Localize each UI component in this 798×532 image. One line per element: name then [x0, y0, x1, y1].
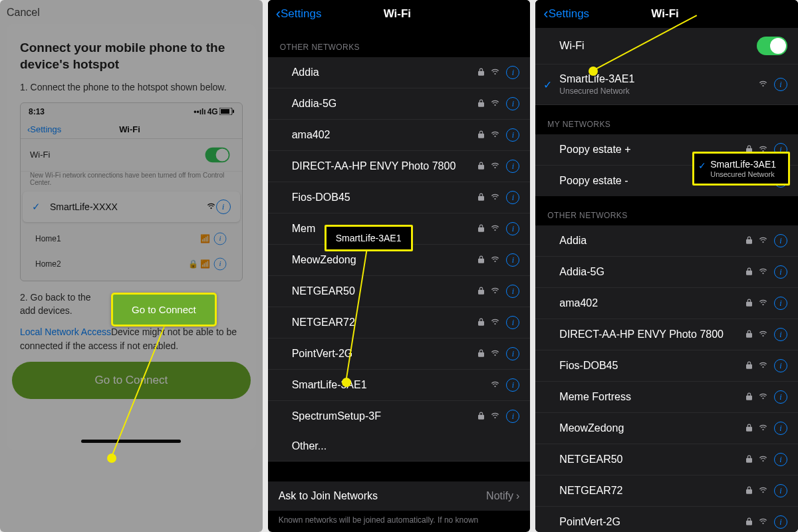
- info-icon[interactable]: i: [506, 285, 519, 298]
- wifi-toggle-row: Wi-Fi: [535, 28, 798, 65]
- info-icon[interactable]: i: [774, 328, 787, 341]
- network-row[interactable]: NETGEAR50i: [535, 444, 798, 475]
- network-name: NETGEAR50: [292, 285, 479, 297]
- network-row[interactable]: SmartLife-3AE1i: [268, 370, 531, 401]
- network-name: PointVert-2G: [292, 348, 479, 360]
- network-list: AddiaiAddia-5Giama402iDIRECT-AA-HP ENVY …: [535, 225, 798, 532]
- info-icon[interactable]: i: [774, 265, 787, 279]
- mock-selected-network[interactable]: ✓ SmartLife-XXXX i: [23, 192, 240, 222]
- phone-mockup: 8:13 ••ılı4G ‹ Settings Wi-Fi Wi-Fi New …: [20, 102, 243, 281]
- network-row[interactable]: NETGEAR72i: [268, 307, 531, 338]
- ask-to-join-row[interactable]: Ask to Join Networks Notify›: [268, 481, 531, 511]
- lock-icon: [478, 255, 484, 265]
- info-icon[interactable]: i: [506, 222, 519, 235]
- network-row[interactable]: NETGEAR72i: [535, 475, 798, 507]
- network-row[interactable]: DIRECT-AA-HP ENVY Photo 7800i: [268, 151, 531, 182]
- info-icon[interactable]: i: [774, 234, 787, 247]
- wifi-label: Wi-Fi: [559, 40, 757, 52]
- info-icon[interactable]: i: [506, 160, 519, 173]
- mock-selected-name: SmartLife-XXXX: [50, 201, 206, 212]
- network-name: DIRECT-AA-HP ENVY Photo 7800: [292, 160, 479, 172]
- cancel-button[interactable]: Cancel: [0, 7, 263, 24]
- info-icon[interactable]: i: [774, 515, 787, 529]
- network-name: SpectrumSetup-3F: [292, 410, 479, 422]
- network-name: Addia-5G: [559, 266, 746, 278]
- lock-icon: [478, 162, 484, 172]
- info-icon[interactable]: i: [774, 422, 787, 435]
- check-icon: ✓: [698, 160, 706, 171]
- other-network-button[interactable]: Other...: [268, 432, 531, 462]
- lock-icon: [746, 361, 752, 371]
- tooltip-name: SmartLife-3AE1: [710, 159, 776, 170]
- network-row[interactable]: DIRECT-AA-HP ENVY Photo 7800i: [535, 319, 798, 350]
- network-name: NETGEAR72: [292, 317, 479, 329]
- lock-icon: [746, 424, 752, 434]
- check-icon: ✓: [32, 201, 41, 213]
- network-name: MeowZedong: [559, 422, 746, 434]
- wifi-icon: [490, 254, 500, 267]
- network-row[interactable]: PointVert-2Gi: [268, 338, 531, 370]
- wifi-icon: [490, 379, 500, 392]
- info-icon[interactable]: i: [506, 191, 519, 204]
- network-row[interactable]: MeowZedongi: [535, 413, 798, 444]
- network-name: DIRECT-AA-HP ENVY Photo 7800: [559, 329, 746, 340]
- info-icon[interactable]: i: [506, 253, 519, 267]
- lock-icon: [746, 486, 752, 496]
- info-icon[interactable]: i: [506, 66, 519, 79]
- wifi-icon: [490, 410, 500, 423]
- lock-icon: [478, 349, 484, 359]
- tooltip-smartlife-connected: ✓ SmartLife-3AE1 Unsecured Network: [692, 152, 790, 186]
- info-icon[interactable]: i: [774, 390, 787, 404]
- network-row[interactable]: Fios-DOB45i: [535, 350, 798, 382]
- network-name: MeowZedong: [292, 254, 479, 266]
- info-icon[interactable]: i: [506, 316, 519, 329]
- mock-signal: ••ılı4G: [194, 107, 233, 116]
- info-icon[interactable]: i: [506, 410, 519, 423]
- mock-wifi-toggle[interactable]: [205, 147, 229, 162]
- info-icon[interactable]: i: [506, 347, 519, 360]
- panel-app-hotspot: Cancel Connect your mobile phone to the …: [0, 0, 263, 532]
- info-icon[interactable]: i: [774, 453, 787, 466]
- lock-icon: [478, 224, 484, 234]
- network-name: ama402: [559, 297, 746, 309]
- network-name: SmartLife-3AE1: [292, 379, 491, 391]
- wifi-toggle[interactable]: [757, 37, 787, 55]
- wifi-icon: [758, 78, 768, 91]
- wifi-icon: [758, 391, 768, 404]
- network-row[interactable]: PointVert-2Gi: [535, 507, 798, 532]
- network-row[interactable]: Addia-5Gi: [535, 257, 798, 288]
- svg-rect-1: [221, 109, 229, 114]
- local-network-link[interactable]: Local Network Access: [20, 327, 111, 337]
- network-row[interactable]: Addiai: [268, 57, 531, 88]
- network-row[interactable]: ama402i: [268, 120, 531, 151]
- network-row[interactable]: Fios-DOB45i: [268, 182, 531, 213]
- network-row[interactable]: ama402i: [535, 288, 798, 319]
- network-row[interactable]: Addia-5Gi: [268, 88, 531, 120]
- wifi-icon: [490, 223, 500, 235]
- mock-time: 8:13: [29, 107, 45, 116]
- mock-network-item[interactable]: Home1📶 i: [21, 226, 242, 251]
- network-row[interactable]: Addiai: [535, 225, 798, 257]
- info-icon[interactable]: i: [774, 359, 787, 372]
- network-row[interactable]: NETGEAR50i: [268, 276, 531, 307]
- info-icon[interactable]: i: [506, 97, 519, 110]
- wifi-icon: [758, 266, 768, 279]
- info-icon[interactable]: i: [506, 378, 519, 392]
- chevron-right-icon: ›: [516, 490, 519, 502]
- ask-to-join-label: Ask to Join Networks: [279, 490, 378, 502]
- home-indicator[interactable]: [81, 440, 181, 443]
- network-row[interactable]: SpectrumSetup-3Fi: [268, 401, 531, 432]
- wifi-icon: [758, 235, 768, 247]
- lock-icon: [746, 392, 752, 402]
- info-icon[interactable]: i: [774, 484, 787, 497]
- connected-network-row[interactable]: ✓ SmartLife-3AE1 Unsecured Network i: [535, 65, 798, 105]
- info-icon[interactable]: i: [774, 78, 787, 91]
- info-icon[interactable]: i: [506, 128, 519, 142]
- go-to-connect-button[interactable]: Go to Connect: [12, 362, 251, 399]
- info-icon[interactable]: i: [216, 200, 231, 214]
- mock-network-item[interactable]: Home2🔒 📶 i: [21, 251, 242, 277]
- lock-icon: [746, 517, 752, 527]
- wifi-icon: [490, 129, 500, 142]
- info-icon[interactable]: i: [774, 297, 787, 310]
- network-row[interactable]: Meme Fortressi: [535, 382, 798, 413]
